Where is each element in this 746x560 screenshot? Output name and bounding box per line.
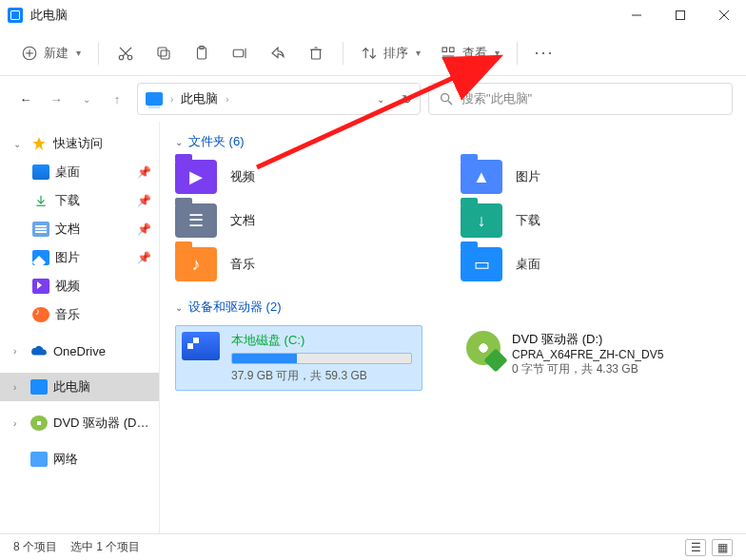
svg-rect-1 (677, 11, 685, 20)
folder-label: 文档 (230, 212, 255, 229)
back-button[interactable]: ← (13, 87, 38, 111)
rename-button[interactable] (223, 36, 257, 70)
chevron-down-icon: ▾ (495, 48, 500, 58)
more-button[interactable]: ··· (527, 36, 561, 70)
sidebar-label: 音乐 (55, 306, 151, 323)
sidebar-dvd[interactable]: ›DVD 驱动器 (D:) CPRA_X64FRE_ZH-CN_DV5 (0, 409, 159, 437)
sidebar-label: 桌面 (55, 164, 131, 181)
recent-button[interactable]: ⌄ (74, 87, 99, 111)
pin-icon: 📌 (137, 165, 151, 179)
chevron-down-icon: ⌄ (175, 302, 183, 313)
sidebar-label: 下载 (55, 192, 131, 209)
folder-documents[interactable]: ☰文档 (175, 203, 422, 238)
window-title: 此电脑 (30, 7, 68, 24)
drives-section-header[interactable]: ⌄ 设备和驱动器 (2) (175, 299, 731, 316)
scissors-icon (117, 45, 134, 62)
folder-icon: ♪ (175, 247, 217, 281)
status-bar: 8 个项目 选中 1 个项目 ☰ ▦ (0, 533, 746, 560)
navigation-pane: ⌄ 快速访问 桌面📌 下载📌 文档📌 图片📌 视频 音乐 ›OneDrive ›… (0, 122, 160, 533)
folder-label: 下载 (516, 212, 540, 229)
star-icon (30, 136, 48, 151)
forward-button[interactable]: → (44, 87, 69, 111)
pc-icon (146, 92, 163, 106)
folder-videos[interactable]: ▶视频 (175, 160, 422, 194)
cloud-icon (30, 343, 48, 358)
status-item-count: 8 个项目 (13, 539, 57, 555)
minimize-button[interactable] (615, 0, 658, 30)
folder-label: 桌面 (516, 256, 540, 273)
drive-name: 本地磁盘 (C:) (231, 332, 416, 349)
document-icon (32, 222, 49, 237)
title-bar: 此电脑 (0, 0, 746, 30)
network-icon (30, 452, 48, 467)
sidebar-label: 快速访问 (53, 135, 151, 152)
dvd-icon (30, 415, 48, 431)
svg-rect-15 (233, 49, 244, 57)
sidebar-label: OneDrive (53, 344, 151, 358)
sidebar-desktop[interactable]: 桌面📌 (0, 158, 159, 186)
nav-arrows: ← → ⌄ ↑ (13, 87, 129, 111)
delete-button[interactable] (299, 36, 333, 70)
folder-desktop[interactable]: ▭桌面 (461, 247, 708, 281)
folder-pictures[interactable]: ▲图片 (461, 160, 708, 194)
plus-circle-icon (21, 45, 38, 62)
layout-icon (440, 45, 457, 62)
copy-button[interactable] (147, 36, 181, 70)
folder-icon: ▲ (461, 160, 502, 194)
drive-d[interactable]: DVD 驱动器 (D:) CPRA_X64FRE_ZH-CN_DV5 0 字节 … (461, 325, 708, 391)
address-dropdown[interactable]: ⌄ (377, 94, 384, 105)
refresh-button[interactable]: ↻ (402, 92, 412, 106)
view-label: 查看 (462, 45, 487, 62)
folders-section-header[interactable]: ⌄ 文件夹 (6) (175, 133, 731, 150)
drives-grid: 本地磁盘 (C:) 37.9 GB 可用，共 59.3 GB DVD 驱动器 (… (175, 325, 731, 391)
close-button[interactable] (702, 0, 746, 30)
sidebar-documents[interactable]: 文档📌 (0, 215, 159, 243)
folder-label: 视频 (230, 168, 255, 185)
drive-sub: 0 字节 可用，共 4.33 GB (512, 361, 702, 377)
sidebar-label: 此电脑 (53, 378, 151, 396)
sidebar-downloads[interactable]: 下载📌 (0, 186, 159, 215)
search-box[interactable]: 搜索"此电脑" (428, 83, 733, 115)
sidebar-videos[interactable]: 视频 (0, 272, 159, 300)
sidebar-label: 网络 (53, 451, 151, 468)
sidebar-quick-access[interactable]: ⌄ 快速访问 (0, 129, 159, 158)
download-icon (32, 193, 49, 208)
trash-icon (307, 45, 324, 62)
chevron-right-icon: › (170, 94, 173, 105)
chevron-down-icon: ▾ (76, 48, 81, 58)
clipboard-icon (193, 45, 210, 62)
maximize-button[interactable] (658, 0, 702, 30)
pictures-icon (32, 250, 49, 265)
videos-icon (32, 279, 49, 294)
breadcrumb-root[interactable]: 此电脑 (181, 90, 218, 107)
sidebar-network[interactable]: ›网络 (0, 445, 159, 473)
chevron-down-icon: ⌄ (13, 139, 25, 149)
sort-button[interactable]: 排序 ▾ (353, 36, 428, 70)
cut-button[interactable] (108, 36, 143, 70)
chevron-right-icon: › (226, 94, 228, 105)
sidebar-this-pc[interactable]: ›此电脑 (0, 373, 159, 401)
up-button[interactable]: ↑ (105, 87, 129, 111)
share-button[interactable] (261, 36, 295, 70)
details-view-button[interactable]: ☰ (685, 539, 706, 556)
sidebar-onedrive[interactable]: ›OneDrive (0, 337, 159, 365)
sidebar-label: 图片 (55, 249, 131, 266)
paste-button[interactable] (185, 36, 219, 70)
view-switch: ☰ ▦ (685, 539, 733, 556)
sidebar-music[interactable]: 音乐 (0, 300, 159, 329)
folder-music[interactable]: ♪音乐 (175, 247, 422, 281)
sidebar-pictures[interactable]: 图片📌 (0, 243, 159, 272)
svg-rect-11 (161, 50, 169, 59)
address-bar[interactable]: › 此电脑 › ⌄ ↻ (137, 83, 421, 115)
dvd-drive-icon (466, 331, 501, 365)
tiles-view-button[interactable]: ▦ (712, 539, 733, 556)
view-button[interactable]: 查看 ▾ (432, 36, 507, 70)
sidebar-label: DVD 驱动器 (D:) CPRA_X64FRE_ZH-CN_DV5 (53, 415, 151, 432)
new-button[interactable]: 新建 ▾ (13, 36, 88, 70)
folder-icon: ▭ (461, 247, 502, 281)
separator (343, 42, 344, 65)
folder-downloads[interactable]: ↓下载 (461, 203, 708, 238)
drive-c[interactable]: 本地磁盘 (C:) 37.9 GB 可用，共 59.3 GB (175, 325, 422, 391)
svg-rect-23 (450, 48, 455, 52)
folders-grid: ▶视频 ▲图片 ☰文档 ↓下载 ♪音乐 ▭桌面 (175, 160, 731, 281)
